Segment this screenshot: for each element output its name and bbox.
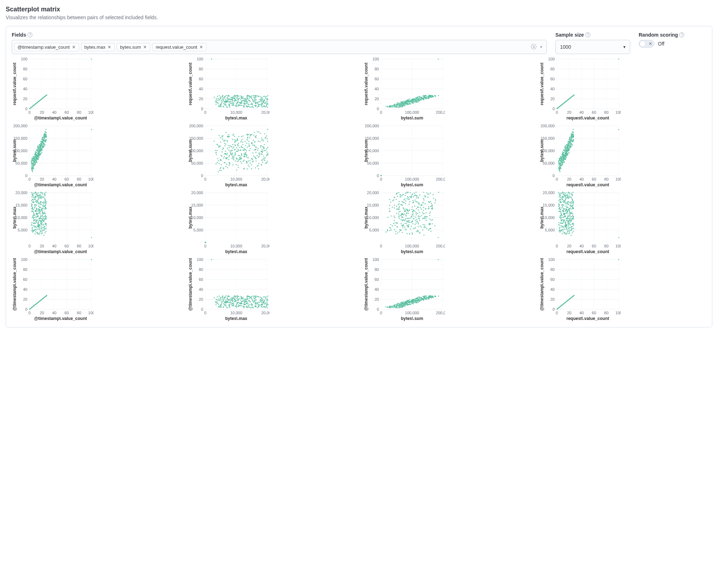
svg-point-4312 — [403, 301, 404, 302]
field-chip[interactable]: request.value_count✕ — [152, 43, 206, 51]
field-chip[interactable]: bytes.sum✕ — [117, 43, 150, 51]
svg-point-2912 — [412, 200, 413, 201]
help-icon[interactable]: ? — [27, 32, 32, 37]
svg-point-247 — [267, 103, 268, 105]
svg-point-4256 — [412, 302, 413, 303]
svg-text:60: 60 — [592, 177, 596, 181]
fields-combobox[interactable]: @timestamp.value_count✕ bytes.max✕ bytes… — [12, 40, 547, 54]
field-chip[interactable]: bytes.max✕ — [81, 43, 115, 51]
svg-point-3188 — [566, 232, 567, 234]
svg-point-173 — [230, 103, 231, 104]
svg-text:100: 100 — [548, 257, 555, 262]
close-icon[interactable]: ✕ — [107, 44, 111, 50]
svg-point-1735 — [223, 167, 224, 169]
svg-point-205 — [266, 103, 267, 105]
svg-point-1666 — [266, 148, 267, 149]
svg-point-3249 — [559, 229, 560, 230]
svg-point-4333 — [419, 297, 421, 298]
svg-point-2512 — [31, 205, 32, 206]
svg-point-1753 — [233, 159, 234, 160]
svg-text:40: 40 — [550, 287, 555, 292]
svg-text:20,000: 20,000 — [191, 191, 203, 195]
svg-text:bytes\.sum: bytes\.sum — [539, 140, 544, 162]
svg-point-3104 — [406, 213, 407, 214]
svg-point-2572 — [42, 210, 43, 212]
svg-point-3895 — [264, 301, 265, 302]
svg-text:10,000: 10,000 — [230, 110, 242, 114]
svg-point-1382 — [40, 149, 41, 150]
random-scoring-toggle[interactable]: ✕ — [639, 40, 654, 48]
svg-point-3867 — [234, 299, 235, 300]
svg-point-486 — [234, 101, 235, 102]
svg-point-3972 — [264, 306, 265, 308]
svg-point-1744 — [239, 158, 241, 159]
svg-point-3258 — [571, 228, 572, 229]
svg-text:20,000: 20,000 — [261, 177, 269, 181]
svg-text:80: 80 — [604, 244, 608, 248]
svg-point-451 — [237, 103, 238, 104]
clear-all-icon[interactable]: ⓧ — [531, 43, 537, 51]
svg-text:50,000: 50,000 — [543, 161, 555, 165]
close-icon[interactable]: ✕ — [143, 44, 147, 50]
svg-text:20: 20 — [40, 177, 44, 181]
svg-text:0: 0 — [380, 311, 382, 315]
svg-point-2420 — [36, 200, 37, 201]
sample-size-select[interactable]: 1000 ▾ — [555, 40, 630, 54]
chevron-down-icon[interactable]: ▾ — [540, 44, 542, 49]
svg-point-3437 — [562, 199, 563, 200]
svg-point-816 — [414, 98, 415, 99]
svg-point-3338 — [566, 229, 567, 230]
svg-point-3974 — [246, 306, 247, 307]
svg-point-3436 — [561, 193, 562, 194]
svg-point-3364 — [560, 215, 561, 217]
svg-point-1701 — [266, 162, 267, 163]
svg-point-3418 — [571, 212, 572, 213]
svg-point-4362 — [420, 299, 421, 300]
svg-point-3739 — [241, 305, 242, 306]
svg-point-2351 — [34, 225, 35, 226]
svg-text:60: 60 — [23, 277, 27, 282]
svg-point-3672 — [221, 303, 222, 304]
svg-point-2802 — [430, 201, 431, 202]
svg-point-846 — [416, 99, 417, 100]
svg-text:200,000: 200,000 — [436, 244, 445, 248]
svg-text:bytes\.sum: bytes\.sum — [401, 116, 423, 121]
svg-point-2961 — [405, 200, 406, 201]
svg-point-3992 — [222, 296, 223, 297]
close-icon[interactable]: ✕ — [72, 44, 76, 50]
svg-point-2975 — [412, 194, 413, 196]
field-chip[interactable]: @timestamp.value_count✕ — [14, 43, 79, 51]
svg-point-2856 — [400, 215, 401, 216]
svg-point-3435 — [558, 200, 559, 201]
svg-point-241 — [253, 101, 254, 102]
svg-text:60: 60 — [199, 77, 203, 81]
svg-point-2578 — [35, 199, 36, 200]
svg-point-3246 — [563, 201, 564, 202]
svg-point-3932 — [261, 305, 262, 306]
svg-point-2533 — [40, 228, 41, 229]
svg-point-2833 — [409, 233, 410, 234]
svg-point-3691 — [254, 300, 255, 301]
svg-point-1516 — [238, 167, 239, 168]
close-icon[interactable]: ✕ — [199, 44, 203, 50]
help-icon[interactable]: ? — [585, 32, 590, 37]
svg-point-3951 — [249, 298, 250, 299]
svg-point-2897 — [418, 218, 419, 219]
svg-point-2440 — [44, 213, 45, 214]
help-icon[interactable]: ? — [679, 32, 684, 37]
svg-point-1648 — [246, 155, 247, 156]
svg-text:40: 40 — [23, 287, 27, 292]
svg-point-3948 — [266, 301, 268, 303]
svg-text:60: 60 — [592, 244, 596, 248]
svg-point-283 — [222, 101, 223, 102]
svg-point-3234 — [562, 192, 563, 193]
svg-point-3051 — [430, 212, 431, 213]
svg-text:100: 100 — [197, 57, 203, 61]
svg-point-305 — [254, 101, 255, 102]
svg-point-1601 — [227, 167, 228, 168]
svg-point-2238 — [561, 157, 562, 158]
svg-text:20: 20 — [23, 297, 27, 301]
svg-point-1655 — [234, 136, 235, 137]
svg-point-1634 — [232, 153, 233, 154]
svg-point-1722 — [247, 134, 248, 135]
